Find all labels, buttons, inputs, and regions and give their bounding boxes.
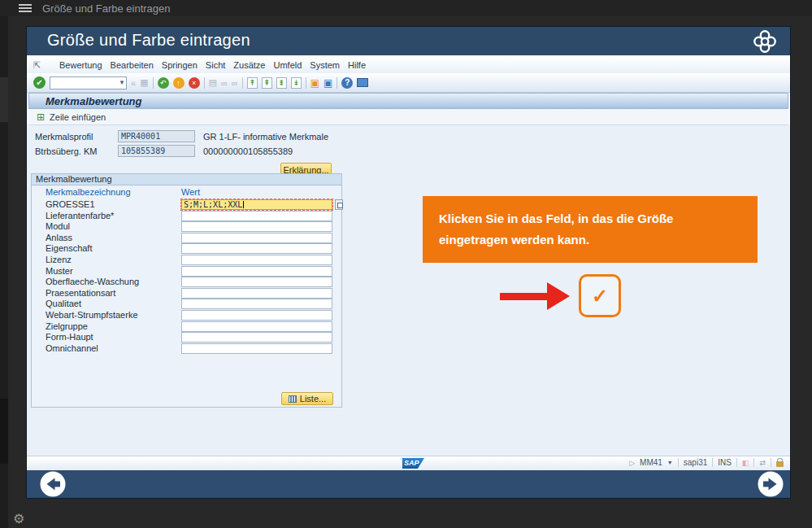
standard-toolbar: ✔ ▼ «▦↶↑×▤∞∞↟⇞⇟↡▣▣?	[27, 73, 790, 93]
groupbox-title: Merkmalbewertung	[32, 174, 341, 185]
back-icon[interactable]: ↶	[158, 77, 169, 89]
transaction-caret-icon[interactable]: ▼	[667, 460, 673, 465]
gui-layout-icon[interactable]	[357, 78, 368, 87]
last-page-icon[interactable]: ↡	[291, 77, 302, 89]
sep-c-icon	[242, 77, 243, 89]
characteristic-row: Oberflaeche-Waschung	[32, 277, 341, 288]
sap-gui: ⇱ BewertungBearbeitenSpringenSichtZusätz…	[27, 55, 790, 470]
column-header-wert[interactable]: Wert	[181, 187, 200, 197]
collapse-icon[interactable]: «	[131, 78, 136, 88]
first-page-icon[interactable]: ↟	[247, 77, 258, 89]
menu-item[interactable]: Umfeld	[273, 60, 302, 70]
characteristic-value-field[interactable]	[181, 299, 332, 309]
field-label-btrbsueberg: Btrbsüberg. KM	[35, 146, 97, 156]
menu-item[interactable]: Hilfe	[348, 60, 366, 70]
characteristic-label: GROESSE1	[46, 199, 95, 209]
help-icon[interactable]: ?	[341, 77, 353, 89]
characteristic-label: Lieferantenfarbe*	[46, 211, 114, 220]
sep-b-icon	[204, 77, 205, 89]
characteristic-row: GROESSE1S;M;L;XL;XXL	[32, 199, 341, 211]
find-icon[interactable]: ∞	[221, 78, 228, 88]
screen-title-bar: Merkmalbewertung	[28, 93, 788, 109]
characteristic-row: Qualitaet	[32, 299, 341, 310]
command-dropdown-icon[interactable]: ▼	[119, 79, 125, 86]
characteristic-value-field[interactable]	[181, 221, 332, 232]
status-expander-icon[interactable]: ▷	[629, 459, 635, 467]
characteristic-value-field[interactable]: S;M;L;XL;XXL	[181, 199, 332, 210]
insert-row-button[interactable]: Zeile einfügen	[50, 112, 106, 122]
characteristic-row: Modul	[32, 221, 341, 233]
system-host: sapi31	[684, 458, 707, 467]
menu-item[interactable]: Sicht	[206, 60, 225, 70]
characteristic-value-field[interactable]	[181, 343, 332, 354]
characteristic-row: Muster	[32, 266, 341, 277]
characteristic-label: Oberflaeche-Waschung	[46, 277, 139, 286]
characteristic-value-field[interactable]	[181, 288, 332, 299]
hidden-panel-edge	[0, 16, 8, 528]
merkmalsprofil-desc: GR 1-LF- informative Merkmale	[203, 132, 328, 142]
characteristic-row: Omnichannel	[32, 343, 341, 355]
characteristic-label: Anlass	[46, 233, 72, 242]
characteristic-row: Eigenschaft	[32, 243, 341, 255]
characteristic-value-field[interactable]	[181, 255, 332, 265]
new-session-icon[interactable]: ▣	[310, 77, 319, 89]
unlock-icon[interactable]	[776, 461, 784, 467]
insert-mode-indicator[interactable]: INS	[718, 458, 732, 467]
value-help-dropdown-button[interactable]	[335, 199, 343, 210]
menu-item[interactable]: Bearbeiten	[111, 60, 154, 70]
next-page-icon[interactable]: ⇟	[276, 77, 287, 89]
exit-icon[interactable]: ↑	[173, 77, 185, 89]
sep-a-icon	[153, 77, 154, 89]
text-cursor	[243, 201, 244, 208]
print-icon[interactable]: ▤	[209, 77, 217, 88]
characteristic-value-field[interactable]	[181, 310, 332, 321]
column-header-merkmalbezeichnung[interactable]: Merkmalbezeichnung	[46, 187, 131, 197]
previous-page-icon[interactable]: ⇞	[262, 77, 272, 89]
characteristic-value-field[interactable]	[181, 243, 332, 254]
characteristic-label: Form-Haupt	[46, 332, 93, 342]
command-field[interactable]: ▼	[50, 76, 127, 89]
resize-icon: ⇄	[759, 459, 766, 467]
characteristic-value-field[interactable]	[181, 321, 332, 332]
confirm-check-button[interactable]: ✓	[579, 274, 621, 317]
find-next-icon[interactable]: ∞	[232, 78, 238, 88]
characteristic-value-field[interactable]	[181, 266, 332, 277]
settings-gear-icon[interactable]: ⚙	[13, 511, 24, 526]
characteristic-value-field[interactable]	[181, 277, 332, 287]
insert-row-icon[interactable]: ⊞	[37, 111, 45, 123]
merkmalbewertung-groupbox: Merkmalbewertung Merkmalbezeichnung Wert…	[31, 173, 342, 408]
sep-e-icon	[337, 77, 337, 89]
player-title: Größe und Farbe eintragen	[42, 2, 171, 15]
btrbsueberg-field[interactable]: 105855389	[118, 145, 195, 157]
characteristic-row: Praesentationsart	[32, 288, 341, 299]
lesson-title-bar: Größe und Farbe eintragen	[27, 27, 790, 55]
characteristic-label: Modul	[46, 221, 70, 231]
menu-item[interactable]: Bewertung	[59, 60, 102, 70]
next-step-button[interactable]	[758, 471, 784, 497]
characteristic-label: Muster	[46, 266, 73, 276]
menu-item[interactable]: Springen	[162, 60, 198, 70]
player-top-bar: Größe und Farbe eintragen	[0, 0, 812, 16]
characteristic-label: Zielgruppe	[46, 321, 88, 331]
menu-exit-icon[interactable]: ⇱	[33, 60, 41, 71]
liste-button[interactable]: Liste...	[281, 392, 333, 405]
transaction-code[interactable]: MM41	[640, 458, 662, 467]
save-icon[interactable]: ▦	[140, 77, 148, 88]
enter-icon[interactable]: ✔	[33, 76, 46, 89]
hamburger-menu-icon[interactable]	[19, 4, 32, 13]
status-bar: SAP ▷ MM41 ▼ sapi31 INS ◧ ⇄	[27, 456, 790, 470]
characteristic-row: Webart-Strumpfstaerke	[32, 310, 341, 321]
previous-step-button[interactable]	[40, 471, 66, 497]
sep-d-icon	[306, 77, 306, 89]
sap-logo: SAP	[402, 458, 424, 469]
create-shortcut-icon[interactable]: ▣	[323, 77, 332, 89]
menu-item[interactable]: Zusätze	[233, 60, 265, 70]
characteristic-value-field[interactable]	[181, 211, 332, 221]
menu-item[interactable]: System	[310, 60, 340, 70]
merkmalsprofil-field[interactable]: MPR40001	[118, 130, 195, 142]
characteristic-label: Webart-Strumpfstaerke	[46, 310, 138, 320]
characteristic-value-field[interactable]	[181, 332, 332, 343]
characteristic-value-field[interactable]	[181, 233, 332, 243]
characteristic-label: Qualitaet	[46, 299, 81, 308]
cancel-icon[interactable]: ×	[189, 77, 200, 89]
